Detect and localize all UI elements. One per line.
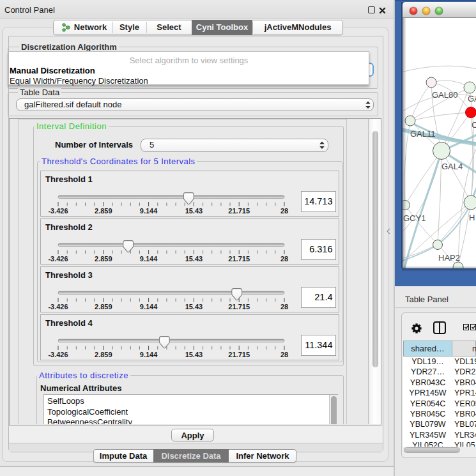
svg-text:21.715: 21.715 — [228, 255, 250, 263]
svg-text:H: H — [469, 213, 475, 222]
svg-text:2.859: 2.859 — [95, 207, 112, 215]
svg-text:28: 28 — [280, 303, 288, 311]
svg-text:21.715: 21.715 — [228, 207, 250, 215]
svg-text:15.43: 15.43 — [185, 207, 203, 215]
svg-text:HAP2: HAP2 — [438, 253, 460, 263]
svg-text:15.43: 15.43 — [185, 255, 203, 263]
svg-text:15.43: 15.43 — [185, 303, 203, 311]
svg-text:GAL4: GAL4 — [441, 162, 463, 171]
svg-text:9.144: 9.144 — [140, 207, 158, 215]
svg-text:9.144: 9.144 — [140, 351, 158, 358]
svg-text:GA: GA — [468, 94, 476, 104]
svg-text:GAL80: GAL80 — [432, 90, 457, 100]
svg-text:-3.426: -3.426 — [48, 255, 68, 263]
svg-text:-3.426: -3.426 — [48, 207, 68, 215]
svg-text:28: 28 — [280, 207, 288, 215]
svg-text:-3.426: -3.426 — [48, 303, 68, 311]
svg-text:2.859: 2.859 — [95, 255, 112, 263]
svg-text:28: 28 — [280, 351, 288, 358]
svg-text:9.144: 9.144 — [140, 255, 158, 263]
svg-text:28: 28 — [280, 255, 288, 263]
svg-text:C: C — [472, 120, 476, 130]
svg-text:9.144: 9.144 — [140, 303, 158, 311]
svg-text:21.715: 21.715 — [228, 351, 250, 358]
svg-text:2.859: 2.859 — [95, 351, 112, 358]
svg-text:GAL11: GAL11 — [410, 129, 436, 139]
svg-text:2.859: 2.859 — [95, 303, 112, 311]
svg-text:-3.426: -3.426 — [48, 351, 68, 358]
svg-text:GCY1: GCY1 — [403, 213, 426, 223]
svg-text:15.43: 15.43 — [185, 351, 203, 358]
svg-text:21.715: 21.715 — [228, 303, 250, 311]
